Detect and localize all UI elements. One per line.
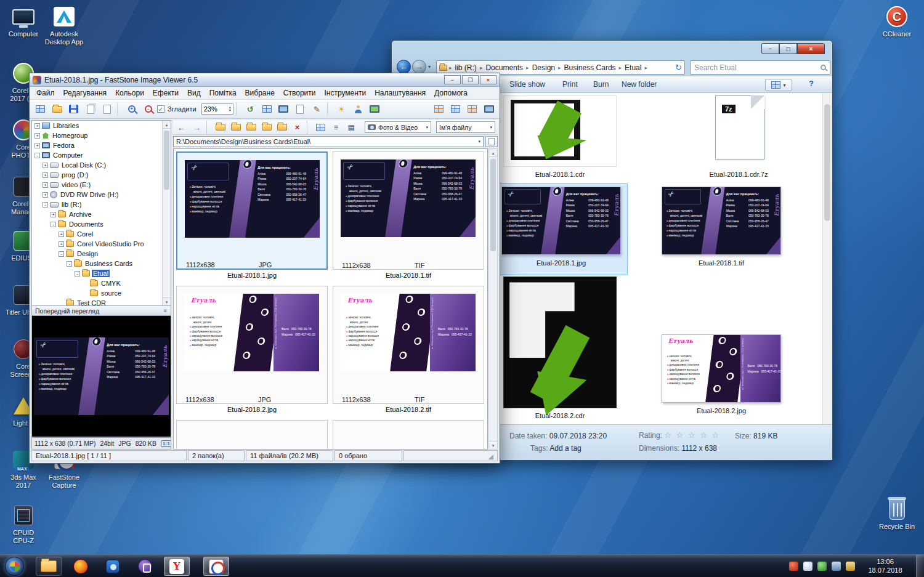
scroll-down-icon[interactable]: ▾ (489, 441, 497, 449)
preview-image[interactable]: ✂ »Зачіски: чоловічі, жіночі, дитячі, св… (34, 337, 169, 415)
burn-button[interactable]: Burn (593, 80, 609, 89)
breadcrumb-business-cards[interactable]: Business Cards (561, 63, 619, 72)
tree-expander[interactable]: - (51, 222, 56, 227)
file-etual-2018-1-cdr-7z[interactable]: 7z (715, 95, 764, 159)
zoom-in-icon[interactable]: + (124, 102, 139, 116)
tree-expander[interactable]: + (43, 192, 48, 198)
thumb-etual-2018-2-jpg[interactable]: Етуаль »зачіски: чоловічі, жіночі, дитяч… (176, 286, 328, 413)
thumb-partial[interactable] (333, 420, 484, 450)
zoom-out-icon[interactable]: - (140, 102, 156, 116)
tree-item-disk-c[interactable]: +Local Disk (C:) (32, 160, 171, 170)
tree-item-archive[interactable]: +Archive (32, 209, 171, 219)
menu-settings[interactable]: Налаштування (370, 87, 430, 99)
file-label[interactable]: Etual-2018.2.cdr (495, 412, 625, 419)
breadcrumb-etual[interactable]: Etual (622, 63, 644, 72)
file-etual-2018-1-jpg[interactable]: ✂ »Зачіски: чоловічі, жіночі, дитячі, св… (501, 187, 621, 255)
refresh-icon[interactable]: ↻ (675, 63, 682, 72)
network-icon[interactable] (832, 562, 841, 571)
preview-header[interactable]: Попередній перегляд » (31, 306, 171, 316)
new-folder-button[interactable]: New folder (622, 80, 657, 89)
move-file-icon[interactable] (99, 102, 115, 116)
rotate-icon[interactable]: ↺ (243, 102, 258, 116)
breadcrumb-documents[interactable]: Documents (482, 63, 526, 72)
tree-expander[interactable]: + (43, 172, 48, 178)
tree-item-video-e[interactable]: +video (E:) (32, 180, 171, 190)
desktop-icon-computer[interactable]: Computer (4, 5, 43, 38)
tree-expander[interactable]: - (67, 261, 72, 267)
thumb-etual-2018-1-tif[interactable]: ✂ »Зачіски: чоловічі, жіночі, дитячі, св… (333, 151, 484, 279)
desktop-icon-recycle-bin[interactable]: Recycle Bin (877, 498, 917, 531)
tree-expander[interactable]: + (43, 163, 48, 168)
tray-green-app-icon[interactable] (817, 562, 827, 571)
tree-expander[interactable]: + (59, 241, 64, 247)
tree-item-dvd-h[interactable]: +DVD RW Drive (H:) (32, 190, 171, 200)
menu-effects[interactable]: Ефекти (148, 87, 183, 99)
scroll-down-icon[interactable]: ▾ (163, 297, 171, 305)
file-etual-2018-2-cdr[interactable] (503, 276, 617, 408)
slideshow-icon[interactable] (367, 102, 383, 116)
move-to-folder-icon[interactable] (275, 121, 289, 134)
breadcrumb-design[interactable]: Design (529, 63, 558, 72)
menu-edit[interactable]: Редагування (59, 87, 111, 99)
up-folder-icon[interactable] (213, 121, 227, 134)
close-button[interactable]: × (797, 43, 825, 54)
tray-red-app-icon[interactable] (789, 562, 798, 571)
scroll-up-icon[interactable]: ▴ (163, 121, 171, 129)
add-tag-field[interactable]: Add a tag (549, 444, 581, 453)
print-button[interactable]: Print (562, 80, 578, 89)
list-view-icon[interactable]: ≡ (329, 121, 343, 134)
tree-item-lib-r[interactable]: -lib (R:) (32, 200, 171, 209)
tree-expander[interactable]: + (59, 232, 64, 237)
draw-icon[interactable]: ✎ (309, 102, 325, 116)
layout-fullscreen-icon[interactable] (481, 102, 496, 116)
thumb-etual-2018-1-jpg[interactable]: ✂ »Зачіски: чоловічі, жіночі, дитячі, св… (176, 151, 328, 279)
tree-expander[interactable]: + (43, 182, 48, 188)
tree-expander[interactable]: - (59, 251, 64, 257)
back-button[interactable]: ← (397, 60, 411, 74)
file-label[interactable]: Etual-2018.1.jpg (496, 259, 626, 267)
desktop-icon-ccleaner[interactable]: CCCleaner (877, 5, 917, 38)
layout-viewer-icon[interactable] (448, 102, 463, 116)
taskbar-faststone-button[interactable] (203, 557, 229, 576)
thumb-etual-2018-2-tif[interactable]: Етуаль »зачіски: чоловічі, жіночі, дитяч… (333, 286, 484, 413)
volume-icon[interactable] (846, 562, 855, 571)
folder-options-button[interactable] (485, 136, 498, 147)
minimize-button[interactable]: − (444, 75, 461, 84)
tree-expander[interactable]: - (75, 271, 80, 276)
thumbnail-scrollbar[interactable]: ▴▾ (488, 148, 498, 450)
tree-item-prog-d[interactable]: +prog (D:) (32, 170, 171, 180)
actual-size-icon[interactable]: 1:1 (161, 440, 171, 447)
collapse-icon[interactable]: » (163, 309, 169, 313)
delete-icon[interactable]: × (290, 121, 304, 134)
tree-scrollbar[interactable]: ▴▾ (162, 121, 171, 305)
history-dropdown-icon[interactable]: ▾ (428, 64, 431, 70)
sort-select[interactable]: Ім'я файлу▾ (436, 121, 495, 133)
breadcrumb-lib[interactable]: lib (R:) (452, 63, 480, 72)
file-etual-2018-1-cdr[interactable] (503, 95, 617, 167)
scrollbar-thumb[interactable] (824, 104, 830, 221)
resize-grip[interactable]: ◢ (488, 453, 493, 461)
tree-item-test-cdr[interactable]: Test CDR (32, 298, 171, 306)
change-view-button[interactable]: ▾ (765, 79, 792, 91)
help-button[interactable]: ? (804, 79, 818, 91)
file-label[interactable]: Etual-2018.1.cdr (495, 171, 625, 178)
open-folder-icon[interactable] (49, 102, 65, 116)
menu-view[interactable]: Вид (183, 87, 205, 99)
smooth-checkbox[interactable]: ✓ (157, 105, 164, 113)
taskbar-explorer-button[interactable] (36, 557, 62, 576)
file-label[interactable]: Etual-2018.1.tif (657, 259, 786, 267)
new-folder-icon[interactable] (229, 121, 243, 134)
minimize-button[interactable]: − (761, 43, 779, 54)
tree-item-cmyk[interactable]: CMYK (32, 278, 171, 288)
search-input[interactable]: Search Etual (690, 60, 830, 75)
scrollbar-thumb[interactable] (490, 159, 496, 251)
tree-item-computer[interactable]: -Computer (32, 150, 171, 160)
show-desktop-button[interactable] (916, 555, 924, 577)
browser-icon[interactable] (33, 102, 48, 116)
tree-expander[interactable]: + (51, 212, 56, 217)
menu-help[interactable]: Допомога (430, 87, 472, 99)
tree-expander[interactable]: + (34, 123, 40, 129)
favorites-folder-icon[interactable] (244, 121, 258, 134)
layout-split-icon[interactable] (464, 102, 480, 116)
desktop-icon-autodesk[interactable]: Autodesk Desktop App (44, 5, 84, 46)
